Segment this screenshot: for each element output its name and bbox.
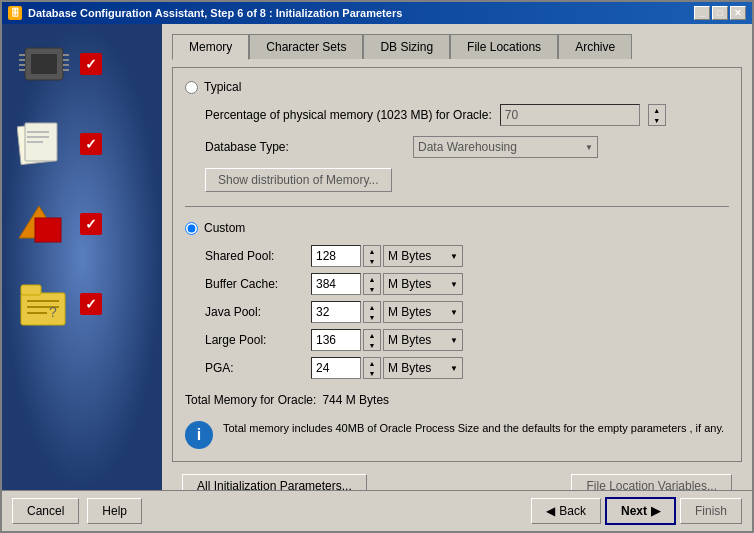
tab-memory[interactable]: Memory — [172, 34, 249, 60]
svg-rect-14 — [27, 141, 43, 143]
minimize-button[interactable]: _ — [694, 6, 710, 20]
large-pool-unit-arrow: ▼ — [450, 336, 458, 345]
java-pool-down[interactable]: ▼ — [364, 312, 380, 322]
info-icon: i — [185, 421, 213, 449]
shared-pool-field[interactable] — [311, 245, 361, 267]
show-distribution-row: Show distribution of Memory... — [205, 168, 729, 192]
folder-icon-container: ? — [17, 279, 72, 329]
tab-character-sets[interactable]: Character Sets — [249, 34, 363, 59]
typical-label[interactable]: Typical — [204, 80, 241, 94]
percentage-spinner[interactable]: ▲ ▼ — [648, 104, 666, 126]
large-pool-field[interactable] — [311, 329, 361, 351]
percentage-down[interactable]: ▼ — [649, 115, 665, 125]
db-type-dropdown[interactable]: Data Warehousing ▼ — [413, 136, 598, 158]
buffer-cache-unit-arrow: ▼ — [450, 280, 458, 289]
main-window: 🗄 Database Configuration Assistant, Step… — [0, 0, 754, 533]
custom-label[interactable]: Custom — [204, 221, 245, 235]
shared-pool-unit[interactable]: M Bytes ▼ — [383, 245, 463, 267]
tab-db-sizing[interactable]: DB Sizing — [363, 34, 450, 59]
large-pool-spinner[interactable]: ▲ ▼ — [363, 329, 381, 351]
large-pool-down[interactable]: ▼ — [364, 340, 380, 350]
svg-rect-9 — [63, 69, 69, 71]
close-button[interactable]: ✕ — [730, 6, 746, 20]
sidebar-item-3: ✓ — [12, 194, 152, 254]
pga-field[interactable] — [311, 357, 361, 379]
large-pool-label: Large Pool: — [205, 333, 305, 347]
java-pool-unit[interactable]: M Bytes ▼ — [383, 301, 463, 323]
percentage-row: Percentage of physical memory (1023 MB) … — [205, 104, 729, 126]
check-2: ✓ — [80, 133, 102, 155]
title-bar-left: 🗄 Database Configuration Assistant, Step… — [8, 6, 402, 20]
finish-button[interactable]: Finish — [680, 498, 742, 524]
percentage-up[interactable]: ▲ — [649, 105, 665, 115]
info-box: i Total memory includes 40MB of Oracle P… — [185, 421, 729, 449]
large-pool-unit-label: M Bytes — [388, 333, 431, 347]
shared-pool-up[interactable]: ▲ — [364, 246, 380, 256]
typical-radio[interactable] — [185, 81, 198, 94]
bottom-buttons: All Initialization Parameters... File Lo… — [172, 470, 742, 490]
shared-pool-spinner[interactable]: ▲ ▼ — [363, 245, 381, 267]
pga-up[interactable]: ▲ — [364, 358, 380, 368]
buffer-cache-field[interactable] — [311, 273, 361, 295]
next-label: Next — [621, 504, 647, 518]
back-button[interactable]: ◀ Back — [531, 498, 601, 524]
pga-spinner[interactable]: ▲ ▼ — [363, 357, 381, 379]
buffer-cache-unit-label: M Bytes — [388, 277, 431, 291]
large-pool-unit[interactable]: M Bytes ▼ — [383, 329, 463, 351]
footer: Cancel Help ◀ Back Next ▶ Finish — [2, 490, 752, 531]
shared-pool-label: Shared Pool: — [205, 249, 305, 263]
buffer-cache-up[interactable]: ▲ — [364, 274, 380, 284]
total-memory-row: Total Memory for Oracle: 744 M Bytes — [185, 393, 729, 407]
shared-pool-input-group: ▲ ▼ M Bytes ▼ — [311, 245, 463, 267]
svg-rect-3 — [19, 59, 25, 61]
docs-icon-container — [17, 119, 72, 169]
back-label: Back — [559, 504, 586, 518]
next-button[interactable]: Next ▶ — [605, 497, 676, 525]
large-pool-up[interactable]: ▲ — [364, 330, 380, 340]
pga-down[interactable]: ▼ — [364, 368, 380, 378]
docs-icon — [17, 119, 72, 169]
java-pool-unit-label: M Bytes — [388, 305, 431, 319]
buffer-cache-spinner[interactable]: ▲ ▼ — [363, 273, 381, 295]
percentage-field — [500, 104, 640, 126]
java-pool-spinner[interactable]: ▲ ▼ — [363, 301, 381, 323]
show-distribution-button[interactable]: Show distribution of Memory... — [205, 168, 392, 192]
tab-bar: Memory Character Sets DB Sizing File Loc… — [172, 34, 742, 59]
svg-rect-17 — [21, 293, 65, 325]
total-label: Total Memory for Oracle: — [185, 393, 316, 407]
java-pool-label: Java Pool: — [205, 305, 305, 319]
footer-right: ◀ Back Next ▶ Finish — [531, 497, 742, 525]
svg-rect-1 — [31, 54, 57, 74]
back-arrow-icon: ◀ — [546, 504, 555, 518]
pga-unit[interactable]: M Bytes ▼ — [383, 357, 463, 379]
svg-rect-18 — [21, 285, 41, 295]
help-button[interactable]: Help — [87, 498, 142, 524]
custom-radio[interactable] — [185, 222, 198, 235]
buffer-cache-input-group: ▲ ▼ M Bytes ▼ — [311, 273, 463, 295]
sidebar-item-1: ✓ — [12, 34, 152, 94]
maximize-button[interactable]: □ — [712, 6, 728, 20]
title-bar: 🗄 Database Configuration Assistant, Step… — [2, 2, 752, 24]
buffer-cache-down[interactable]: ▼ — [364, 284, 380, 294]
java-pool-up[interactable]: ▲ — [364, 302, 380, 312]
shapes-icon-container — [17, 199, 72, 249]
java-pool-field[interactable] — [311, 301, 361, 323]
all-params-button[interactable]: All Initialization Parameters... — [182, 474, 367, 490]
svg-rect-16 — [35, 218, 61, 242]
sidebar-item-4: ? ✓ — [12, 274, 152, 334]
sidebar: ✓ ✓ — [2, 24, 162, 490]
svg-rect-12 — [27, 131, 49, 133]
pga-label: PGA: — [205, 361, 305, 375]
next-arrow-icon: ▶ — [651, 504, 660, 518]
cancel-button[interactable]: Cancel — [12, 498, 79, 524]
percentage-label: Percentage of physical memory (1023 MB) … — [205, 108, 492, 122]
buffer-cache-unit[interactable]: M Bytes ▼ — [383, 273, 463, 295]
shared-pool-down[interactable]: ▼ — [364, 256, 380, 266]
java-pool-row: Java Pool: ▲ ▼ M Bytes ▼ — [205, 301, 729, 323]
shared-pool-unit-arrow: ▼ — [450, 252, 458, 261]
tab-archive[interactable]: Archive — [558, 34, 632, 59]
tab-file-locations[interactable]: File Locations — [450, 34, 558, 59]
file-location-button[interactable]: File Location Variables... — [571, 474, 732, 490]
content-panel: Typical Percentage of physical memory (1… — [172, 67, 742, 462]
pga-input-group: ▲ ▼ M Bytes ▼ — [311, 357, 463, 379]
